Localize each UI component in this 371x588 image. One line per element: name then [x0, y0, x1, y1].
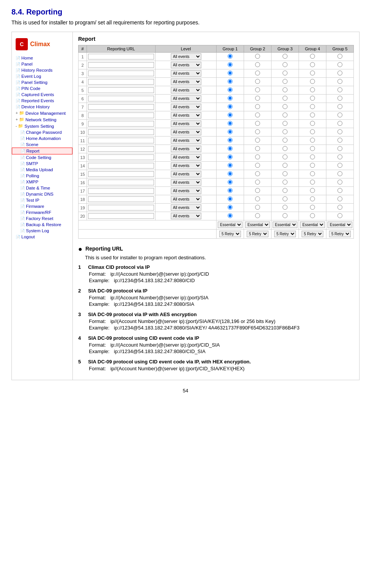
- radio-g5[interactable]: [326, 86, 354, 95]
- radio-g4[interactable]: [299, 69, 326, 78]
- radio-g2[interactable]: [244, 178, 271, 187]
- radio-group3[interactable]: [283, 138, 287, 143]
- radio-group2[interactable]: [255, 171, 260, 176]
- radio-g5[interactable]: [326, 162, 354, 170]
- level-select[interactable]: All events Alarm Status: [171, 179, 201, 186]
- level-cell[interactable]: All events Alarm Status: [156, 195, 217, 204]
- sidebar-item-scene[interactable]: 📄Scene: [12, 141, 72, 148]
- radio-group5[interactable]: [337, 104, 342, 109]
- radio-g5[interactable]: [326, 195, 354, 204]
- radio-group5[interactable]: [337, 180, 342, 185]
- sidebar-link[interactable]: System Setting: [24, 124, 54, 129]
- sidebar-link[interactable]: Panel: [21, 62, 32, 66]
- level-cell[interactable]: All events Alarm Status: [156, 111, 217, 120]
- sidebar-link[interactable]: Report: [26, 149, 40, 153]
- radio-group4[interactable]: [310, 54, 315, 59]
- sidebar-item-captured-events[interactable]: 📄Captured Events: [12, 92, 72, 98]
- level-select[interactable]: All events Alarm Status: [171, 204, 201, 211]
- radio-g1[interactable]: [217, 103, 244, 111]
- radio-g1[interactable]: [217, 111, 244, 120]
- radio-g5[interactable]: [326, 204, 354, 212]
- sidebar-item-date---time[interactable]: 📄Date & Time: [12, 185, 72, 191]
- radio-g3[interactable]: [271, 187, 299, 195]
- radio-group1[interactable]: [228, 154, 233, 159]
- radio-g1[interactable]: [217, 162, 244, 170]
- url-cell[interactable]: [87, 86, 156, 95]
- radio-group1[interactable]: [228, 171, 233, 176]
- url-input[interactable]: [88, 87, 154, 93]
- level-select[interactable]: All events Alarm Status: [171, 120, 201, 127]
- radio-group2[interactable]: [255, 180, 260, 185]
- radio-group3[interactable]: [283, 62, 287, 67]
- radio-group1[interactable]: [228, 112, 233, 117]
- radio-group4[interactable]: [310, 138, 315, 143]
- footer-retry-g3[interactable]: 5 Retry: [271, 230, 299, 239]
- radio-g3[interactable]: [271, 204, 299, 212]
- radio-g1[interactable]: [217, 78, 244, 86]
- radio-g4[interactable]: [299, 187, 326, 195]
- sidebar-link[interactable]: SMTP: [26, 161, 38, 166]
- footer-retry-g1[interactable]: 5 Retry: [217, 230, 244, 239]
- radio-group3[interactable]: [283, 163, 287, 168]
- radio-group2[interactable]: [255, 54, 260, 59]
- radio-g2[interactable]: [244, 78, 271, 86]
- url-cell[interactable]: [87, 103, 156, 111]
- sidebar-link[interactable]: Network Setting: [26, 117, 56, 122]
- url-input[interactable]: [88, 213, 154, 219]
- radio-g3[interactable]: [271, 178, 299, 187]
- url-input[interactable]: [88, 196, 154, 202]
- radio-group1[interactable]: [228, 71, 233, 76]
- retry-select-g5[interactable]: 5 Retry: [329, 231, 351, 237]
- level-cell[interactable]: All events Alarm Status: [156, 170, 217, 178]
- radio-g2[interactable]: [244, 153, 271, 162]
- level-cell[interactable]: All events Alarm Status: [156, 95, 217, 103]
- radio-group1[interactable]: [228, 205, 233, 210]
- radio-g2[interactable]: [244, 187, 271, 195]
- sidebar-item-network-setting[interactable]: +📁Network Setting: [12, 116, 72, 123]
- radio-group1[interactable]: [228, 87, 233, 92]
- radio-g4[interactable]: [299, 178, 326, 187]
- sidebar-link[interactable]: Backup & Restore: [26, 222, 61, 227]
- radio-g4[interactable]: [299, 204, 326, 212]
- radio-g3[interactable]: [271, 120, 299, 128]
- radio-g1[interactable]: [217, 187, 244, 195]
- url-input[interactable]: [88, 96, 154, 101]
- level-cell[interactable]: All events Alarm Status: [156, 78, 217, 86]
- level-cell[interactable]: All events Alarm Status: [156, 61, 217, 69]
- url-input[interactable]: [88, 138, 154, 143]
- sidebar-link[interactable]: Polling: [26, 174, 39, 178]
- url-cell[interactable]: [87, 170, 156, 178]
- retry-select-g4[interactable]: 5 Retry: [302, 231, 323, 237]
- radio-group1[interactable]: [228, 213, 233, 218]
- radio-group2[interactable]: [255, 138, 260, 143]
- radio-g2[interactable]: [244, 61, 271, 69]
- sidebar-item-xmpp[interactable]: 📄XMPP: [12, 179, 72, 185]
- level-cell[interactable]: All events Alarm Status: [156, 178, 217, 187]
- radio-group4[interactable]: [310, 96, 315, 101]
- footer-essential-g2[interactable]: Essential: [244, 220, 271, 230]
- sidebar-item-panel[interactable]: 📄Panel: [12, 61, 72, 67]
- sidebar-link[interactable]: Dynamic DNS: [26, 192, 53, 196]
- radio-group1[interactable]: [228, 196, 233, 201]
- radio-group4[interactable]: [310, 129, 315, 134]
- radio-group5[interactable]: [337, 205, 342, 210]
- radio-g3[interactable]: [271, 69, 299, 78]
- url-cell[interactable]: [87, 53, 156, 61]
- radio-g1[interactable]: [217, 170, 244, 178]
- radio-g4[interactable]: [299, 103, 326, 111]
- essential-select-g5[interactable]: Essential: [328, 222, 352, 228]
- radio-group2[interactable]: [255, 146, 260, 151]
- url-cell[interactable]: [87, 128, 156, 137]
- sidebar-item-system-log[interactable]: 📄System Log: [12, 228, 72, 234]
- level-cell[interactable]: All events Alarm Status: [156, 53, 217, 61]
- url-cell[interactable]: [87, 153, 156, 162]
- url-input[interactable]: [88, 129, 154, 135]
- level-select[interactable]: All events Alarm Status: [171, 162, 201, 169]
- radio-group3[interactable]: [283, 205, 287, 210]
- radio-g4[interactable]: [299, 153, 326, 162]
- radio-group3[interactable]: [283, 180, 287, 185]
- footer-retry-g5[interactable]: 5 Retry: [326, 230, 354, 239]
- radio-group1[interactable]: [228, 129, 233, 134]
- radio-g5[interactable]: [326, 78, 354, 86]
- radio-g2[interactable]: [244, 120, 271, 128]
